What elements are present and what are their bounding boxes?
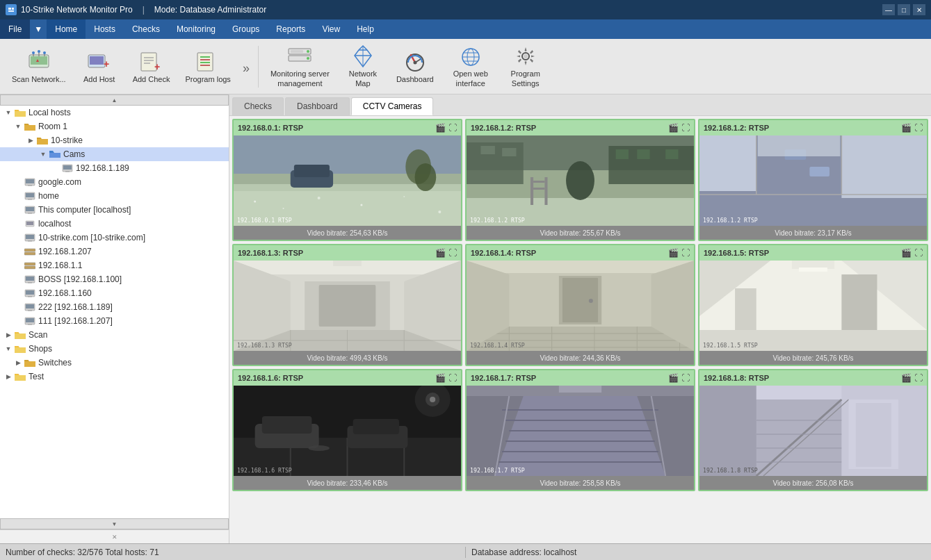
left-panel-resize[interactable]: ✕ [0, 529, 229, 543]
tree-label-ip207: 192.168.1.207 [38, 247, 92, 256]
camera-header-7: 192.168.1.6: RTSP 🎬 ⛶ [234, 370, 461, 386]
tab-dashboard[interactable]: Dashboard [285, 97, 350, 115]
camera-record-icon-6[interactable]: 🎬 [901, 248, 912, 258]
svg-point-10 [38, 50, 40, 53]
tree-item-222[interactable]: 222 [192.168.1.189] [0, 300, 229, 314]
camera-fullscreen-icon-1[interactable]: ⛶ [448, 123, 457, 133]
camera-bitrate-2: Video bitrate: 255,67 KB/s [540, 229, 620, 237]
camera-grid: 192.168.0.1: RTSP 🎬 ⛶ [229, 116, 931, 543]
tree-scroll-up[interactable]: ▲ [0, 94, 229, 106]
tabs-bar: Checks Dashboard CCTV Cameras [229, 94, 931, 116]
menu-view[interactable]: View [314, 19, 348, 39]
tab-checks[interactable]: Checks [232, 97, 284, 115]
menu-monitoring[interactable]: Monitoring [168, 19, 224, 39]
svg-rect-62 [24, 252, 35, 255]
camera-record-icon-9[interactable]: 🎬 [901, 373, 912, 383]
tree-item-ip207[interactable]: 192.168.1.207 [0, 245, 229, 258]
tree-item-home[interactable]: home [0, 189, 229, 203]
svg-point-39 [524, 54, 528, 58]
tree-item-scan[interactable]: ▶ Scan [0, 328, 229, 342]
camera-record-icon-7[interactable]: 🎬 [435, 373, 446, 383]
camera-record-icon-4[interactable]: 🎬 [435, 248, 446, 258]
maximize-button[interactable]: □ [898, 4, 910, 15]
program-settings-button[interactable]: Program Settings [501, 43, 550, 90]
add-host-icon: + [86, 49, 113, 74]
camera-bitrate-5: Video bitrate: 244,36 KB/s [540, 354, 620, 362]
camera-card-5: 192.168.1.4: RTSP 🎬 ⛶ [465, 244, 695, 366]
add-check-icon: + [138, 49, 165, 74]
tree-item-boss[interactable]: BOSS [192.168.1.100] [0, 272, 229, 286]
tree-item-shops[interactable]: ▼ Shops [0, 342, 229, 356]
tree-item-test[interactable]: ▶ Test [0, 370, 229, 384]
camera-fullscreen-icon-4[interactable]: ⛶ [448, 248, 457, 258]
tree-item-google[interactable]: google.com [0, 175, 229, 189]
tree-item-ip1[interactable]: 192.168.1.1 [0, 258, 229, 272]
svg-rect-76 [28, 324, 32, 325]
minimize-button[interactable]: — [882, 4, 895, 15]
tree-item-10strike-com[interactable]: 10-strike.com [10-strike.com] [0, 231, 229, 245]
svg-rect-64 [24, 266, 35, 269]
host-icon-ip189 [61, 162, 74, 174]
tree-item-switches[interactable]: ▶ Switches [0, 356, 229, 370]
tree-item-this-computer[interactable]: This computer [localhost] [0, 203, 229, 217]
monitoring-server-button[interactable]: Monitoring server management [264, 43, 336, 90]
camera-footer-7: Video bitrate: 233,46 KB/s [234, 476, 461, 490]
camera-record-icon-2[interactable]: 🎬 [668, 123, 679, 133]
svg-rect-137 [467, 261, 694, 273]
camera-fullscreen-icon-9[interactable]: ⛶ [914, 373, 923, 383]
tree-item-ip189[interactable]: 192.168.1.189 [0, 161, 229, 175]
svg-rect-73 [28, 310, 32, 311]
folder-icon-local-hosts [14, 106, 26, 119]
menu-groups[interactable]: Groups [224, 19, 268, 39]
camera-fullscreen-icon-6[interactable]: ⛶ [914, 248, 923, 258]
tree-label-shops: Shops [29, 344, 52, 354]
svg-rect-49 [28, 185, 32, 186]
tab-cctv[interactable]: CCTV Cameras [351, 97, 434, 115]
svg-point-90 [283, 208, 284, 209]
menu-reports[interactable]: Reports [268, 19, 314, 39]
scan-network-button[interactable]: Scan Network... [6, 43, 72, 90]
svg-rect-110 [533, 188, 544, 190]
tree-item-ip160[interactable]: 192.168.1.160 [0, 286, 229, 300]
tree-item-room1[interactable]: ▼ Room 1 [0, 120, 229, 133]
svg-text:192.168.0.1 RTSP: 192.168.0.1 RTSP [237, 217, 292, 224]
tree-item-local-hosts[interactable]: ▼ Local hosts [0, 106, 229, 120]
network-map-button[interactable]: Network Map [339, 43, 387, 90]
tree-item-cams[interactable]: ▼ Cams [0, 147, 229, 161]
open-web-interface-label: Open web interface [453, 69, 488, 88]
menu-hosts[interactable]: Hosts [86, 19, 124, 39]
tree-scroll-down[interactable]: ▼ [0, 518, 229, 529]
open-web-interface-button[interactable]: Open web interface [443, 43, 499, 90]
close-button[interactable]: ✕ [913, 4, 925, 15]
dashboard-button[interactable]: Dashboard [390, 43, 440, 90]
camera-fullscreen-icon-2[interactable]: ⛶ [681, 123, 690, 133]
camera-record-icon-3[interactable]: 🎬 [901, 123, 912, 133]
menu-help[interactable]: Help [348, 19, 382, 39]
tree-container: ▼ Local hosts ▼ Room 1 ▶ 10-s [0, 106, 229, 518]
menu-checks[interactable]: Checks [124, 19, 168, 39]
camera-feed-5: 192.168.1.4 RTSP [467, 261, 694, 351]
toolbar-expand-btn[interactable]: » [240, 61, 252, 76]
camera-record-icon-5[interactable]: 🎬 [668, 248, 679, 258]
svg-text:192.168.1.6 RTSP: 192.168.1.6 RTSP [237, 467, 292, 474]
camera-fullscreen-icon-3[interactable]: ⛶ [914, 123, 923, 133]
tree-item-localhost[interactable]: localhost [0, 217, 229, 231]
camera-record-icon-1[interactable]: 🎬 [435, 123, 446, 133]
tree-item-111[interactable]: 111 [192.168.1.207] [0, 314, 229, 328]
camera-record-icon-8[interactable]: 🎬 [668, 373, 679, 383]
camera-fullscreen-icon-7[interactable]: ⛶ [448, 373, 457, 383]
menu-home[interactable]: Home [47, 19, 86, 39]
svg-point-92 [360, 204, 362, 206]
title-separator: | [143, 5, 145, 15]
tree-expander-ip1 [13, 260, 24, 271]
program-logs-button[interactable]: Program logs [179, 43, 236, 90]
tree-item-10strike-folder[interactable]: ▶ 10-strike [0, 133, 229, 147]
camera-card-3: 192.168.1.2: RTSP 🎬 ⛶ [698, 119, 928, 241]
add-host-button[interactable]: + Add Host [75, 43, 124, 90]
camera-fullscreen-icon-8[interactable]: ⛶ [681, 373, 690, 383]
menu-file[interactable]: File [0, 19, 30, 39]
add-check-button[interactable]: + Add Check [127, 43, 177, 90]
svg-point-32 [413, 60, 416, 64]
menu-dropdown-arrow[interactable]: ▼ [30, 19, 47, 39]
camera-fullscreen-icon-5[interactable]: ⛶ [681, 248, 690, 258]
